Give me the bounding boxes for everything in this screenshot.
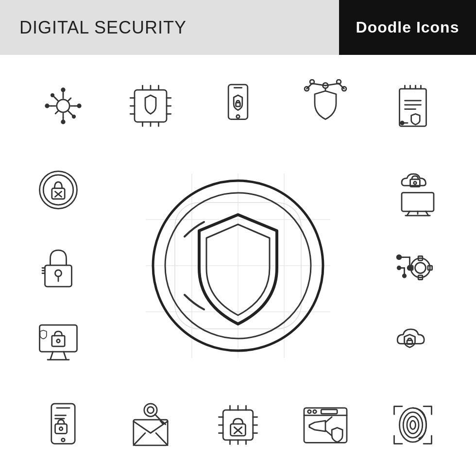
- page-title: DIGITAL SECURITY: [19, 17, 187, 38]
- svg-point-91: [397, 255, 401, 260]
- bottom-icon-row: [10, 384, 466, 466]
- svg-line-107: [156, 433, 168, 445]
- svg-rect-65: [52, 336, 65, 346]
- svg-point-131: [308, 410, 311, 413]
- svg-point-100: [62, 439, 65, 442]
- monitor-lock-icon: [32, 314, 85, 368]
- svg-point-56: [55, 270, 61, 276]
- middle-section: [10, 147, 466, 384]
- svg-point-28: [237, 115, 240, 119]
- svg-point-132: [313, 410, 317, 413]
- icon-grid: [10, 65, 466, 466]
- svg-point-66: [57, 340, 60, 343]
- cyber-gear-icon: [36, 79, 90, 133]
- featured-shield-icon: [146, 173, 330, 358]
- header-right: Doodle Icons: [339, 0, 476, 55]
- svg-point-95: [397, 267, 401, 270]
- padlock-icon: [32, 238, 85, 292]
- document-shield-icon: [386, 79, 440, 133]
- svg-rect-78: [402, 192, 434, 211]
- svg-rect-40: [400, 89, 426, 126]
- center-featured: [102, 147, 374, 384]
- svg-point-51: [43, 175, 73, 205]
- top-icon-row: [10, 65, 466, 147]
- network-shield-icon: [299, 79, 352, 133]
- svg-line-63: [64, 352, 67, 360]
- phone-lock-icon: [36, 398, 90, 452]
- svg-point-83: [411, 258, 430, 278]
- cloud-monitor-lock-icon: [391, 163, 444, 217]
- header-left: DIGITAL SECURITY: [0, 0, 339, 55]
- svg-point-109: [147, 407, 153, 413]
- svg-point-104: [59, 427, 63, 430]
- circuit-gear-icon: [391, 238, 444, 292]
- svg-rect-26: [228, 85, 248, 119]
- mobile-shield-icon: [211, 79, 265, 133]
- svg-point-84: [415, 263, 426, 273]
- svg-point-96: [403, 274, 406, 278]
- header: DIGITAL SECURITY Doodle Icons: [0, 0, 476, 55]
- lock-circle-x-icon: [32, 163, 85, 217]
- svg-rect-103: [55, 424, 67, 434]
- brand-name: Doodle Icons: [356, 18, 459, 36]
- fingerprint-icon: [386, 398, 440, 452]
- browser-shield-icon: [299, 398, 352, 452]
- svg-point-92: [408, 266, 412, 271]
- right-icon-column: [374, 147, 461, 384]
- chip-shield-icon: [124, 79, 177, 133]
- svg-point-77: [414, 182, 417, 185]
- left-icon-column: [15, 147, 102, 384]
- cloud-shield-icon: [391, 314, 444, 368]
- svg-point-138: [410, 421, 416, 429]
- key-envelope-icon: [124, 398, 177, 452]
- chip-x-icon: [211, 398, 265, 452]
- svg-line-106: [134, 433, 145, 445]
- main-content: [0, 55, 476, 476]
- svg-point-137: [407, 416, 419, 433]
- svg-point-50: [40, 171, 77, 208]
- svg-line-62: [51, 352, 53, 360]
- svg-rect-133: [321, 409, 337, 414]
